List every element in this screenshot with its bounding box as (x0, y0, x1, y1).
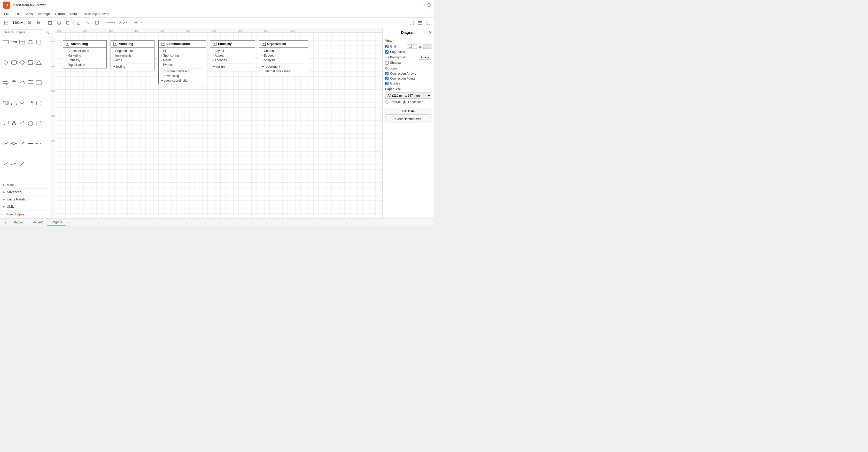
shadow-checkbox[interactable] (385, 61, 389, 65)
category-misc[interactable]: ▶ Misc (0, 181, 50, 189)
menu-edit[interactable]: Edit (13, 11, 23, 16)
connection-points-checkbox[interactable] (385, 77, 389, 80)
format-btn[interactable] (416, 19, 424, 26)
table-marketing-header: ≡ Marketing (111, 40, 154, 47)
zoom-in-btn[interactable] (26, 19, 33, 26)
zoom-selector[interactable]: 120% ▾ (11, 20, 25, 25)
page-view-checkbox[interactable] (385, 51, 389, 54)
shape-line-short-diagonal[interactable] (19, 160, 26, 167)
shape-square[interactable] (35, 38, 42, 46)
shape-s-curve[interactable] (2, 140, 9, 147)
shape-line-medium-diagonal[interactable] (10, 160, 18, 167)
svg-rect-17 (67, 21, 68, 22)
svg-marker-58 (23, 142, 25, 143)
shape-diagonal-arrow[interactable] (19, 140, 26, 147)
tab-add-btn[interactable]: + (66, 220, 72, 225)
landscape-radio[interactable] (403, 100, 406, 104)
clear-style-btn[interactable]: Clear Default Style (385, 116, 431, 122)
table-organization[interactable]: ≡ Organization - Content - Budget - Anal… (259, 40, 308, 75)
sidebar-toggle-btn[interactable] (2, 19, 9, 26)
tab-menu-btn[interactable]: ⋮ (2, 220, 9, 225)
copy-btn[interactable] (55, 19, 63, 26)
category-uml[interactable]: ▶ UML (0, 203, 50, 210)
shape-trapezoid[interactable] (10, 99, 18, 107)
shape-doc[interactable] (27, 99, 34, 107)
tab-page3[interactable]: Page-3 (47, 219, 66, 225)
shape-line-dotted[interactable] (35, 140, 42, 147)
menu-extras[interactable]: Extras (53, 11, 67, 16)
canvas[interactable]: ≡ Advertising - Communication - Marketin… (55, 33, 382, 218)
fill-color-btn[interactable]: A (76, 19, 83, 26)
search-input[interactable] (2, 29, 44, 35)
shape-parallelogram[interactable] (27, 59, 34, 66)
shape-rectangle[interactable] (2, 38, 9, 46)
paste-btn[interactable] (64, 19, 71, 26)
paper-size-select[interactable]: A4 (210 mm x 297 mm) (385, 93, 431, 99)
menu-help[interactable]: Help (68, 11, 79, 16)
shape-curved-rect[interactable] (35, 120, 42, 127)
category-entity-relation[interactable]: ▶ Entity Relation (0, 196, 50, 203)
connection-arrows-checkbox[interactable] (385, 72, 389, 75)
svg-line-9 (39, 23, 40, 24)
svg-point-35 (4, 61, 7, 64)
delete-btn[interactable] (46, 19, 54, 26)
category-advanced[interactable]: ▶ Advanced (0, 189, 50, 196)
more-shapes-btn[interactable]: + More Shapes... (0, 210, 50, 218)
shape-diamond[interactable] (19, 59, 26, 66)
shape-line-diagonal[interactable] (2, 160, 9, 167)
line-color-btn[interactable] (85, 19, 92, 26)
shape-cloud[interactable] (19, 79, 26, 86)
shape-table[interactable] (19, 38, 26, 46)
table-communication[interactable]: ≡ Communication - PR - Sponsoring - Medi… (158, 40, 206, 84)
menu-view[interactable]: View (24, 11, 35, 16)
shape-circle[interactable] (2, 59, 9, 66)
connection-btn[interactable]: ▾ (105, 19, 116, 26)
table-embassy[interactable]: ≡ Embassy - Layout - Appeal - Theories +… (210, 40, 255, 70)
shape-rounded-square[interactable] (35, 99, 42, 107)
background-row: Background Image (385, 55, 431, 60)
zoom-value: 120% (13, 21, 21, 25)
table-marketing[interactable]: ≡ Marketing - Segmentation - Instruments… (111, 40, 154, 70)
shape-right-arrow[interactable] (2, 79, 9, 86)
shape-line-solid[interactable] (27, 140, 34, 147)
shape-cylinder[interactable] (10, 79, 18, 86)
shape-curved-arrow[interactable] (19, 120, 26, 127)
shape-speech-bubble[interactable] (2, 120, 9, 127)
portrait-radio[interactable] (385, 100, 389, 104)
shape-triangle[interactable] (35, 59, 42, 66)
shape-3d-rect[interactable] (2, 99, 9, 107)
grid-size-input[interactable] (407, 44, 417, 49)
shape-pentagon[interactable] (27, 120, 34, 127)
guides-checkbox[interactable] (385, 82, 389, 85)
app-logo: D (3, 2, 10, 9)
shape-double-arrow[interactable] (10, 140, 18, 147)
fullscreen-btn[interactable] (408, 19, 415, 26)
shape-btn[interactable] (93, 19, 100, 26)
tab-page1[interactable]: Page-1 (10, 220, 28, 225)
grid-checkbox[interactable] (385, 45, 389, 48)
canvas-container[interactable]: 100 200 300 400 500 600 700 800 900 1000… (51, 28, 382, 218)
shape-person[interactable] (10, 120, 18, 127)
background-image-btn[interactable]: Image (419, 55, 431, 60)
background-checkbox[interactable] (385, 56, 389, 59)
svg-marker-38 (28, 60, 33, 65)
shape-text[interactable]: Text (10, 38, 18, 46)
zoom-out-btn[interactable] (35, 19, 42, 26)
tab-page2[interactable]: Page-2 (29, 220, 47, 225)
shape-ellipse[interactable] (27, 38, 34, 46)
shape-cross-rect[interactable] (35, 79, 42, 86)
panel-btn[interactable] (425, 19, 432, 26)
add-btn[interactable]: + (132, 19, 140, 26)
table-advertising-header: ≡ Advertising (63, 40, 106, 47)
waypoint-btn[interactable]: ▾ (118, 19, 128, 26)
edit-data-btn[interactable]: Edit Data (385, 108, 431, 115)
shape-callout[interactable] (27, 79, 34, 86)
menu-arrange[interactable]: Arrange (36, 11, 52, 16)
shape-wave[interactable] (19, 99, 26, 107)
close-panel-btn[interactable]: ✕ (429, 30, 432, 35)
menu-file[interactable]: File (2, 11, 11, 16)
table-advertising[interactable]: ≡ Advertising - Communication - Marketin… (63, 40, 107, 68)
add-chevron[interactable]: ▾ (141, 21, 143, 24)
shape-rounded-rect[interactable] (10, 59, 18, 66)
grid-color-swatch[interactable] (423, 44, 431, 49)
